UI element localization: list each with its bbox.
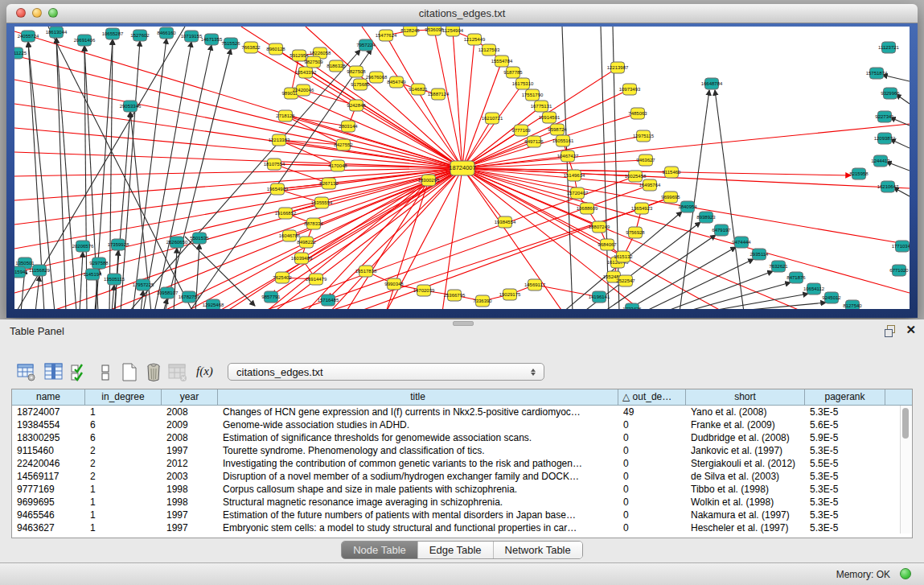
graph-node[interactable]: 8427552 [334, 139, 353, 150]
table-row[interactable]: 946554611997Estimation of the future num… [12, 509, 912, 521]
graph-node[interactable]: 7515526 [221, 38, 240, 49]
graph-node[interactable]: 9297588 [89, 257, 109, 269]
graph-node[interactable]: 8127540 [843, 300, 862, 309]
graph-node[interactable]: 9827508 [347, 66, 366, 77]
graph-node[interactable]: 16210647 [877, 181, 899, 192]
graph-node[interactable]: 16210721 [482, 113, 503, 124]
column-header-year[interactable]: year [162, 389, 218, 405]
tab-edge-table[interactable]: Edge Table [417, 542, 493, 558]
graph-node[interactable]: 8267130 [319, 178, 339, 189]
graph-node[interactable]: 7957224 [356, 39, 376, 51]
table-row[interactable]: 1456911722003Disruption of a novel membe… [12, 470, 912, 483]
graph-node[interactable]: 18107554 [264, 159, 285, 170]
graph-node[interactable]: 19654903 [267, 183, 289, 195]
graph-node[interactable]: 9756928 [626, 227, 645, 238]
graph-node[interactable]: 12127503 [478, 44, 500, 56]
column-visibility-icon[interactable] [43, 362, 64, 382]
graph-node[interactable]: 8186328 [326, 60, 346, 72]
graph-node[interactable]: 9245012 [822, 292, 841, 303]
graph-node[interactable]: 20206576 [72, 241, 94, 252]
graph-node[interactable]: 7632621 [769, 261, 788, 272]
graph-node[interactable]: 8215958 [849, 168, 869, 179]
graph-node[interactable]: 29053346 [120, 101, 142, 112]
column-header-out_de[interactable]: △ out_de… [618, 389, 686, 405]
graph-node[interactable]: 16055161 [552, 135, 574, 146]
deselect-all-icon[interactable] [95, 362, 116, 382]
graph-node[interactable]: 14671355 [201, 34, 223, 45]
graph-node[interactable]: 9827509 [304, 56, 323, 68]
graph-node[interactable]: 16175310 [512, 78, 534, 89]
graph-node[interactable]: 2522547 [616, 275, 635, 286]
table-mode-icon[interactable] [16, 362, 37, 382]
graph-node[interactable]: 19029175 [499, 289, 521, 300]
graph-node[interactable]: 2935114 [750, 249, 770, 260]
memory-status-icon[interactable] [900, 568, 911, 579]
graph-node[interactable]: 8466160 [157, 27, 176, 39]
graph-node[interactable]: 8128246 [400, 27, 420, 36]
graph-node[interactable]: 14569117 [524, 279, 546, 290]
graph-node[interactable]: 20691406 [74, 35, 96, 46]
graph-node[interactable]: 16914479 [306, 274, 327, 285]
table-row[interactable]: 1872400712008Changes of HCN gene express… [12, 406, 912, 418]
float-panel-icon[interactable] [885, 325, 897, 336]
graph-node[interactable]: 2803144 [339, 121, 358, 132]
graph-node[interactable]: 9175685 [351, 79, 370, 90]
graph-node[interactable]: 1527602 [130, 30, 150, 41]
graph-node[interactable]: 9536098 [425, 27, 444, 35]
graph-node[interactable]: 16495764 [639, 179, 661, 191]
graph-node[interactable]: 10655287 [102, 28, 124, 39]
column-header-pagerank[interactable]: pagerank [805, 389, 885, 405]
graph-node[interactable]: 10654112 [803, 283, 825, 295]
graph-node[interactable]: 16039489 [291, 253, 313, 264]
graph-node[interactable]: 12093872 [874, 133, 896, 144]
graph-node[interactable]: 4170048 [328, 160, 347, 171]
panel-resize-grip[interactable] [453, 321, 474, 326]
function-builder-icon[interactable]: f(x) [196, 365, 217, 385]
graph-node[interactable]: 1733426 [622, 303, 642, 309]
graph-node[interactable]: 8454749 [387, 76, 406, 88]
column-header-in_degree[interactable]: in_degree [85, 389, 162, 405]
graph-node[interactable]: 10719155 [181, 31, 203, 42]
graph-node[interactable]: 8938923 [696, 212, 716, 223]
new-column-icon[interactable] [119, 362, 140, 382]
graph-node[interactable]: 9115460 [663, 167, 682, 178]
graph-node[interactable]: 7625402 [273, 272, 292, 283]
graph-node[interactable]: 11156829 [29, 265, 50, 276]
table-row[interactable]: 969969511998Structural magnetic resonanc… [12, 496, 912, 509]
select-all-icon[interactable] [69, 362, 90, 382]
graph-node[interactable]: 11123721 [878, 42, 899, 53]
graph-node[interactable]: 17551790 [522, 89, 544, 101]
graph-node[interactable]: 19166852 [275, 208, 297, 219]
table-row[interactable]: 911546021997Tourette syndrome. Phenomeno… [12, 444, 912, 457]
graph-node[interactable]: 1145194 [84, 269, 103, 280]
scrollbar-thumb[interactable] [902, 408, 909, 439]
window-titlebar[interactable]: citations_edges.txt [6, 4, 918, 23]
tab-node-table[interactable]: Node Table [342, 542, 417, 558]
graph-node[interactable]: 11254904 [442, 27, 464, 36]
graph-node[interactable]: 16648784 [701, 78, 723, 89]
graph-node[interactable]: 9990348 [384, 278, 404, 290]
close-panel-icon[interactable]: ✕ [906, 323, 916, 337]
graph-node[interactable]: 24055724 [18, 31, 39, 42]
graph-node[interactable]: 1840954 [678, 201, 697, 212]
table-selector-dropdown[interactable]: citations_edges.txt [228, 363, 544, 381]
graph-node[interactable]: 10914501 [539, 112, 561, 123]
table-row[interactable]: 977716911998Corpus callosum shape and si… [12, 483, 912, 496]
graph-node[interactable]: 12975115 [633, 130, 655, 142]
graph-node[interactable]: 17359928 [108, 239, 129, 250]
table-row[interactable]: 1830029562008Estimation of significance … [12, 431, 912, 444]
graph-node[interactable]: 1244413 [871, 155, 890, 167]
graph-node[interactable]: 5501535 [190, 233, 209, 244]
graph-node[interactable]: 9463627 [636, 154, 655, 166]
graph-node[interactable]: 6497126 [524, 136, 544, 147]
table-row[interactable]: 2242004622012Investigating the contribut… [12, 457, 912, 470]
network-canvas[interactable]: 2405572418613044206914061065528715276028… [14, 27, 910, 309]
graph-node[interactable]: 8878334 [304, 218, 323, 229]
graph-node[interactable]: 9187785 [503, 67, 523, 78]
table-row[interactable]: 1938455462009Genome-wide association stu… [12, 418, 912, 431]
graph-node[interactable]: 7485063 [628, 108, 647, 119]
graph-node[interactable]: 13505115 [104, 274, 125, 285]
graph-node[interactable]: 15751874 [866, 68, 888, 79]
graph-node[interactable]: 12125449 [464, 34, 486, 45]
graph-node[interactable]: 14196141 [589, 291, 610, 303]
